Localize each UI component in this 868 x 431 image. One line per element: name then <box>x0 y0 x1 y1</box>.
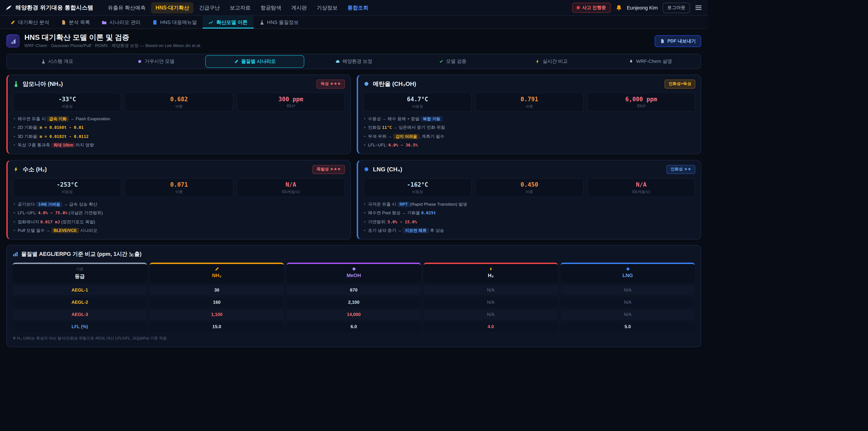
table-cell: 1,100 <box>150 309 284 319</box>
incident-status-badge[interactable]: 사고 진행중 <box>572 3 611 13</box>
stat-value: N/A <box>589 181 693 188</box>
nav-item-board[interactable]: 게시판 <box>287 2 311 13</box>
document-icon <box>660 39 664 43</box>
stat-idlh: 300 ppm IDLH <box>237 92 345 112</box>
stat-value: 64.7°C <box>366 96 469 102</box>
nav-item-aerial-search[interactable]: 항공탐색 <box>256 2 286 13</box>
incident-label: 사고 진행중 <box>582 4 606 11</box>
hazard-badge: 독성 ★★★ <box>317 79 345 88</box>
bell-icon[interactable] <box>616 4 622 11</box>
nav-item-oil-spill[interactable]: 유출유 확산예측 <box>103 2 150 13</box>
stat-value: 0.791 <box>477 96 581 102</box>
table-cell: 5.0 <box>561 321 695 332</box>
card-header: 메탄올 (CH₃OH) 인화성+독성 <box>364 79 695 88</box>
stats-row: -253°C 비등점 0.071 비중 N/A IDLH(질식) <box>13 178 345 197</box>
nav-item-hns-diffusion[interactable]: HNS·대기확산 <box>151 2 193 13</box>
subnav-item-scenario-management[interactable]: 시나리오 관리 <box>96 16 147 29</box>
tab-marine-correction[interactable]: 해양환경 보정 <box>304 55 403 68</box>
table-cell: N/A <box>424 309 558 319</box>
pencil-icon <box>10 20 16 25</box>
stat-value: N/A <box>239 181 343 188</box>
page-subtitle: WRF-Chem · Gaussian Plume/Puff · ROMS · … <box>24 43 201 49</box>
table-cell: 15.0 <box>150 321 284 332</box>
hazard-badge: 폭발성 ★★★ <box>313 165 345 174</box>
subnav-label: 대기확산 분석 <box>18 19 49 26</box>
card-bullets: 극저온 유출 시 RPT(Rapid Phase Transition) 발생 … <box>364 201 695 234</box>
table-header-criteria: 기준 등급 <box>13 263 147 283</box>
pdf-export-button[interactable]: PDF 내보내기 <box>655 35 701 47</box>
topnav-right: 사고 진행중 Eunjeong Kim 로그아웃 <box>572 2 702 13</box>
tab-label: 가우시안 모델 <box>145 58 175 64</box>
stat-label: 비등점 <box>366 189 469 194</box>
subnav-label: 시나리오 관리 <box>110 19 141 26</box>
subnav-item-diffusion-model-theory[interactable]: 확산모델 이론 <box>203 16 253 29</box>
tab-realtime-compare[interactable]: 실시간 비교 <box>502 55 601 68</box>
stat-boiling-point: -253°C 비등점 <box>13 178 121 197</box>
card-bullet: LFL~UFL: 4.0% ~ 75.0% (극넓은 가연범위) <box>13 210 345 216</box>
tab-model-validation[interactable]: 모델 검증 <box>403 55 502 68</box>
card-bullet: 독성 구름 통과축 최대 10km까지 영향 <box>13 142 345 149</box>
stat-label: 비중 <box>127 189 231 194</box>
stat-boiling-point: -162°C 비등점 <box>364 178 472 197</box>
stat-idlh: N/A IDLH(질식) <box>587 178 695 197</box>
subnav-item-hns-substance-info[interactable]: HNS 물질정보 <box>253 16 305 29</box>
column-name: NH₃ <box>150 273 284 278</box>
subnav-item-hns-manual[interactable]: HNS 대응매뉴얼 <box>147 16 203 29</box>
table-cell: N/A <box>424 285 558 295</box>
testtube-icon <box>13 81 19 87</box>
stat-label: IDLH <box>239 104 343 108</box>
table-header-nh3: NH₃ <box>150 263 284 283</box>
nav-item-weather[interactable]: 기상정보 <box>312 2 342 13</box>
section-tabs: 시스템 개요 가우시안 모델 물질별 시나리오 해양환경 보정 모델 검증 실시… <box>6 54 701 69</box>
tab-label: 시스템 개요 <box>48 58 73 64</box>
nav-item-emergency-rescue[interactable]: 긴급구난 <box>195 2 224 13</box>
tab-wrf-chem[interactable]: WRF-Chem 설명 <box>601 55 700 68</box>
tab-system-overview[interactable]: 시스템 개요 <box>8 55 106 68</box>
card-bullet: 인화점 11°C → 상온에서 증기 인화 위험 <box>364 124 695 131</box>
card-title: 메탄올 (CH₃OH) <box>373 80 416 88</box>
logout-button[interactable]: 로그아웃 <box>663 2 690 13</box>
row-label: AEGL-2 <box>13 297 147 307</box>
tab-label: 모델 검증 <box>446 58 467 64</box>
card-title: 수소 (H₂) <box>23 165 47 173</box>
stat-specific-gravity: 0.450 비중 <box>475 178 584 197</box>
card-bullets: 공기보다 14배 가벼움 → 급속 상승 확산 LFL~UFL: 4.0% ~ … <box>13 201 345 234</box>
bar-chart-icon <box>13 251 18 257</box>
flask-icon <box>41 59 45 63</box>
stat-specific-gravity: 0.791 비중 <box>475 92 584 112</box>
wing-logo-icon <box>5 4 12 11</box>
tab-label: 해양환경 보정 <box>342 58 372 64</box>
tab-gaussian-model[interactable]: 가우시안 모델 <box>106 55 205 68</box>
pencil-icon <box>234 59 239 63</box>
tab-substance-scenarios[interactable]: 물질별 시나리오 <box>206 55 304 68</box>
table-footnote: ※ H₂, LNG는 독성이 아닌 질식/인화성 위험으로 AEGL 대신 LF… <box>13 336 695 341</box>
triangle-ruler-icon <box>10 38 16 44</box>
nav-item-reports[interactable]: 보고자료 <box>225 2 255 13</box>
hazard-badge: 인화성+독성 <box>664 79 695 88</box>
subnav-item-diffusion-analysis[interactable]: 대기확산 분석 <box>4 16 55 29</box>
brand: 해양환경 위기대응 통합시스템 <box>5 4 93 11</box>
dot-icon <box>351 267 356 271</box>
table-row-aegl1: AEGL-1 30 670 N/A N/A <box>13 285 695 295</box>
stats-row: -162°C 비등점 0.450 비중 N/A IDLH(질식) <box>364 178 695 197</box>
stat-idlh: N/A IDLH(질식) <box>237 178 345 197</box>
app: 해양환경 위기대응 통합시스템 유출유 확산예측 HNS·대기확산 긴급구난 보… <box>0 0 868 431</box>
stat-value: 0.450 <box>477 181 581 188</box>
nav-item-integrated-search[interactable]: 통합조회 <box>343 2 373 13</box>
chart-icon <box>209 20 214 25</box>
subnav-item-analysis-list[interactable]: 분석 목록 <box>55 16 96 29</box>
folder-icon <box>102 20 107 25</box>
table-header-lng: LNG <box>561 263 695 283</box>
card-bullet: 무색·무취 → 감지 어려움, 계측기 필수 <box>364 133 695 140</box>
stat-boiling-point: 64.7°C 비등점 <box>364 92 472 112</box>
sub-navbar: 대기확산 분석 분석 목록 시나리오 관리 HNS 대응매뉴얼 확산모델 이론 … <box>0 16 708 29</box>
dot-icon <box>137 59 142 63</box>
card-bullet: 3D 기화율: m = 0.0182t - 0.0112 <box>13 133 345 140</box>
stat-value: -33°C <box>16 96 119 102</box>
column-name: H₂ <box>424 273 558 278</box>
stat-label: 비중 <box>127 104 231 109</box>
table-row-aegl3: AEGL-3 1,100 14,000 N/A N/A <box>13 309 695 319</box>
hamburger-menu-icon[interactable] <box>695 4 702 11</box>
table-cell: N/A <box>561 309 695 319</box>
table-row-aegl2: AEGL-2 160 2,100 N/A N/A <box>13 297 695 307</box>
